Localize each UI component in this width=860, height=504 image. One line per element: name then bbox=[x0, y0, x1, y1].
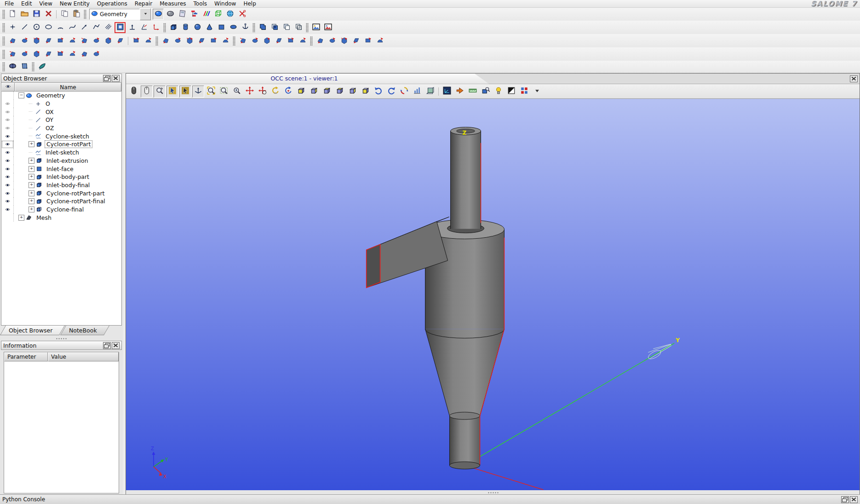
tree-item-label[interactable]: OX bbox=[44, 109, 55, 115]
tree-item-label[interactable]: Cyclone-sketch bbox=[44, 133, 91, 140]
more-dropdown-button[interactable] bbox=[531, 86, 543, 97]
mouse-style-button[interactable] bbox=[141, 86, 153, 97]
boolean-cut-button[interactable] bbox=[281, 22, 292, 33]
close-document-button[interactable] bbox=[43, 9, 54, 20]
lights-button[interactable] bbox=[493, 86, 505, 97]
occ-3d-scene[interactable]: Z Y Z Y X bbox=[126, 99, 860, 490]
mirror-button[interactable] bbox=[43, 49, 54, 60]
reset-view-button[interactable] bbox=[398, 86, 410, 97]
toolbar-grip[interactable] bbox=[252, 23, 255, 32]
create-face-button[interactable] bbox=[216, 22, 227, 33]
tree-item-label[interactable]: Inlet-body-part bbox=[45, 173, 91, 180]
tree-item-cyclone-final[interactable]: +Cyclone-final bbox=[1, 206, 121, 214]
boolean-fuse-button[interactable] bbox=[257, 22, 268, 33]
presentation-params-button[interactable] bbox=[441, 86, 453, 97]
splitter-handle[interactable] bbox=[1, 336, 122, 341]
create-isoline-button[interactable] bbox=[103, 22, 114, 33]
revolution-button[interactable] bbox=[19, 35, 30, 46]
new-document-button[interactable] bbox=[7, 9, 18, 20]
local-coordinate-system-button[interactable] bbox=[138, 22, 149, 33]
visibility-eye-icon[interactable] bbox=[1, 197, 14, 206]
tree-expander[interactable]: + bbox=[29, 206, 34, 212]
visibility-eye-icon[interactable] bbox=[1, 132, 14, 140]
pan-button[interactable] bbox=[244, 86, 256, 97]
tree-expander[interactable]: + bbox=[18, 215, 24, 221]
tree-item-geometry[interactable]: −Geometry bbox=[1, 92, 121, 100]
selection-preferences-button[interactable] bbox=[518, 86, 530, 97]
viewer-title-bar[interactable]: OCC scene:1 - viewer:1 bbox=[126, 74, 860, 84]
create-circle-button[interactable] bbox=[31, 22, 42, 33]
tree-expander[interactable]: + bbox=[29, 166, 34, 172]
thickness-button[interactable] bbox=[67, 35, 78, 46]
create-sphere-button[interactable] bbox=[192, 22, 203, 33]
tab-object-browser[interactable]: Object Browser bbox=[0, 326, 65, 335]
toolbar-grip[interactable] bbox=[310, 36, 313, 46]
save-document-button[interactable] bbox=[31, 9, 42, 20]
scale-button[interactable] bbox=[55, 49, 66, 60]
undock-information-button[interactable] bbox=[103, 342, 111, 349]
rotation-button[interactable] bbox=[19, 49, 30, 60]
show-trihedron-button[interactable] bbox=[192, 86, 204, 97]
whatis-button[interactable] bbox=[362, 35, 373, 46]
zoom-button[interactable] bbox=[231, 86, 243, 97]
fuse-collection-button[interactable] bbox=[79, 35, 90, 46]
global-pan-button[interactable] bbox=[257, 86, 269, 97]
tree-item-cyclone-rotpart[interactable]: +Cyclone-rotPart bbox=[1, 140, 121, 149]
tree-item-label[interactable]: Cyclone-rotPart-final bbox=[45, 198, 107, 205]
archimede-button[interactable] bbox=[131, 35, 142, 46]
front-view-button[interactable] bbox=[295, 86, 307, 97]
graduated-axes-button[interactable] bbox=[424, 86, 436, 97]
partition-button[interactable] bbox=[115, 35, 126, 46]
paste-button[interactable] bbox=[71, 9, 82, 20]
tree-item-ox[interactable]: ···OX bbox=[1, 108, 121, 116]
prism-button[interactable] bbox=[55, 35, 66, 46]
visibility-eye-icon[interactable] bbox=[1, 189, 14, 197]
tree-expander[interactable]: − bbox=[18, 92, 24, 98]
location-button[interactable] bbox=[31, 49, 42, 60]
menu-view[interactable]: View bbox=[35, 0, 56, 7]
zoom-border-button[interactable] bbox=[218, 86, 230, 97]
basic-properties-button[interactable] bbox=[273, 35, 284, 46]
toolbar-grip[interactable] bbox=[233, 36, 235, 46]
menu-window[interactable]: Window bbox=[211, 0, 240, 7]
visibility-eye-icon[interactable] bbox=[1, 124, 14, 132]
shape-processing-button[interactable] bbox=[143, 35, 154, 46]
toolbar-grip[interactable] bbox=[306, 23, 309, 32]
tree-item-label[interactable]: OY bbox=[44, 116, 55, 123]
tree-item-label[interactable]: Inlet-extrusion bbox=[45, 157, 90, 164]
menu-operations[interactable]: Operations bbox=[93, 0, 131, 7]
multi-transform-button[interactable] bbox=[208, 35, 219, 46]
module-selector[interactable]: Geometry bbox=[89, 9, 151, 19]
close-information-button[interactable] bbox=[112, 342, 120, 349]
tab-notebook[interactable]: NoteBook bbox=[60, 326, 109, 335]
shading-switch-button[interactable] bbox=[505, 86, 517, 97]
tree-item-label[interactable]: Geometry bbox=[35, 92, 66, 99]
rotate-left-button[interactable] bbox=[373, 86, 384, 97]
toolbar-grip[interactable] bbox=[32, 62, 34, 71]
tree-item-inlet-face[interactable]: +Inlet-face bbox=[1, 165, 121, 173]
tree-item-label[interactable]: O bbox=[44, 100, 52, 107]
menu-repair[interactable]: Repair bbox=[131, 0, 156, 7]
toolbar-grip[interactable] bbox=[155, 36, 158, 46]
build-compound-button[interactable] bbox=[249, 35, 260, 46]
visibility-eye-icon[interactable] bbox=[1, 92, 14, 100]
tree-item-label[interactable]: Inlet-body-final bbox=[45, 182, 91, 189]
selection-style-button[interactable] bbox=[166, 86, 178, 97]
visibility-eye-icon[interactable] bbox=[1, 165, 14, 173]
wireframe-cube-module-button[interactable] bbox=[212, 9, 224, 20]
module-selector-dropdown[interactable] bbox=[140, 8, 151, 20]
jet-plane-button[interactable] bbox=[36, 61, 47, 72]
tree-item-label[interactable]: Inlet-face bbox=[45, 166, 75, 172]
ruler-button[interactable] bbox=[467, 86, 479, 97]
scaling-button[interactable] bbox=[411, 86, 423, 97]
top-view-button[interactable] bbox=[321, 86, 333, 97]
boolean-section-button[interactable] bbox=[293, 22, 304, 33]
shape-recognition-button[interactable] bbox=[322, 22, 333, 33]
close-panel-button[interactable] bbox=[112, 75, 120, 82]
offset-surface-button[interactable] bbox=[220, 35, 231, 46]
extrusion-button[interactable] bbox=[7, 35, 18, 46]
highlight-style-button[interactable] bbox=[179, 86, 191, 97]
right-view-button[interactable] bbox=[360, 86, 372, 97]
translation-button[interactable] bbox=[7, 49, 18, 60]
chamfer-button[interactable] bbox=[172, 35, 183, 46]
